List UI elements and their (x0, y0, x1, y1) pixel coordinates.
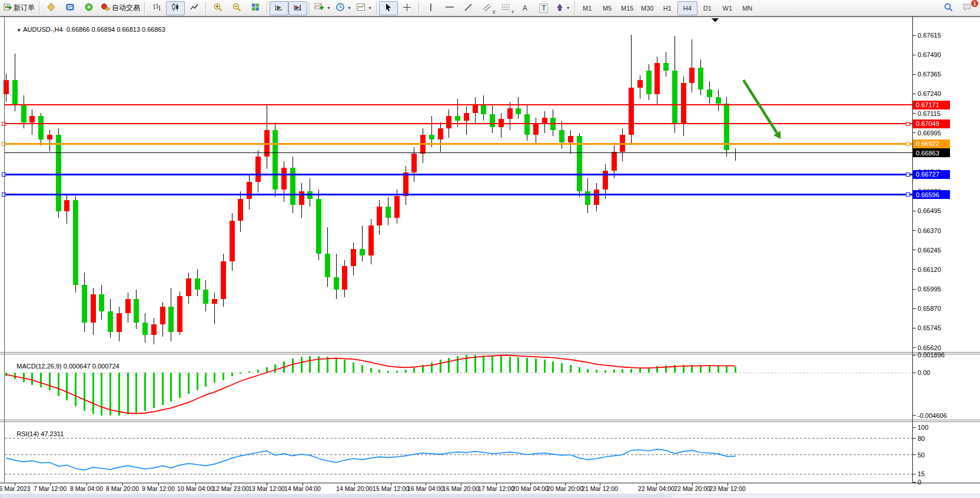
symbol-period-label: AUDUSD-,H4 (23, 26, 62, 33)
auto-trading-button[interactable]: 自动交易 (98, 1, 142, 15)
crosshair-button[interactable] (398, 1, 417, 15)
rsi-pane-header: RSI(14) 47.2311 (6, 423, 64, 444)
chart-window[interactable]: 0.676150.674900.673650.672400.671150.669… (0, 16, 980, 498)
auto-scroll-icon (274, 2, 284, 14)
svg-text:0.65995: 0.65995 (918, 285, 941, 293)
signal-button[interactable] (79, 1, 98, 15)
separator (267, 2, 268, 15)
new-order-label: 新订单 (14, 3, 35, 13)
svg-text:20 Mar 20:00: 20 Mar 20:00 (547, 485, 583, 492)
svg-text:0.67240: 0.67240 (918, 90, 941, 97)
trendline-icon (464, 3, 473, 14)
svg-text:0.67490: 0.67490 (918, 51, 941, 58)
svg-text:0: 0 (918, 479, 921, 486)
timeframe-m1-button[interactable]: M1 (577, 1, 597, 15)
svg-text:15: 15 (918, 470, 925, 477)
zoom-out-button[interactable] (227, 1, 246, 15)
timeframe-mn-button[interactable]: MN (738, 1, 758, 15)
timeframe-label: M1 (583, 5, 592, 12)
svg-text:8 Mar 20:00: 8 Mar 20:00 (106, 485, 139, 492)
new-order-button[interactable]: 新订单 (1, 1, 37, 15)
timeframe-label: MN (742, 5, 752, 12)
svg-text:0.66922: 0.66922 (916, 140, 939, 147)
svg-text:16 Mar 20:00: 16 Mar 20:00 (443, 485, 479, 492)
timeframe-m5-button[interactable]: M5 (597, 1, 617, 15)
periods-button[interactable]: ▼ (333, 1, 354, 15)
horizontal-line-tool-button[interactable] (440, 1, 459, 15)
timeframe-label: M15 (621, 5, 633, 12)
svg-text:0.67171: 0.67171 (916, 101, 939, 108)
timeframe-label: H1 (663, 5, 672, 12)
signal-icon (84, 2, 94, 14)
text-tool-icon: A (523, 4, 527, 12)
svg-text:100: 100 (918, 424, 928, 431)
tile-windows-icon (251, 2, 260, 14)
timeframe-h1-button[interactable]: H1 (657, 1, 677, 15)
templates-button[interactable]: ▼ (354, 1, 374, 15)
svg-text:0.65620: 0.65620 (918, 344, 941, 351)
svg-text:50: 50 (918, 451, 925, 459)
timeframe-m15-button[interactable]: M15 (617, 1, 637, 15)
price-chart-svg[interactable]: 0.676150.674900.673650.672400.671150.669… (0, 16, 980, 498)
svg-text:16 Mar 04:00: 16 Mar 04:00 (407, 485, 444, 492)
chart-symbol-header[interactable]: ▼AUDUSD-,H4 0.66866 0.66894 0.66813 0.66… (6, 19, 165, 40)
timeframe-h4-button[interactable]: H4 (677, 1, 697, 15)
timeframe-label: D1 (703, 5, 712, 12)
text-tool-button[interactable]: A (516, 1, 534, 15)
chart-shift-button[interactable] (288, 1, 307, 15)
trendline-tool-button[interactable] (459, 1, 478, 15)
profile-button[interactable] (42, 1, 61, 15)
fibonacci-icon (501, 3, 510, 14)
label-tool-icon: T (539, 4, 548, 13)
equidistant-channel-tool-button[interactable]: E (478, 1, 497, 15)
macd-label: MACD(12,26,9) (16, 363, 61, 370)
fibonacci-tool-button[interactable]: F (497, 1, 516, 15)
timeframe-label: M30 (641, 5, 653, 12)
auto-trading-label: 自动交易 (112, 3, 140, 13)
timeframe-w1-button[interactable]: W1 (717, 1, 738, 15)
bar-chart-type-button[interactable] (147, 1, 166, 15)
arrows-tool-button[interactable]: ▼ (553, 1, 573, 15)
arrows-icon (556, 3, 564, 14)
collapse-triangle-icon[interactable]: ▼ (16, 28, 21, 33)
channel-glyph: E (493, 10, 496, 14)
macd-values: 0.000647 0.000724 (64, 363, 119, 370)
svg-text:6 Mar 2023: 6 Mar 2023 (0, 485, 31, 492)
notification-badge: 1 (971, 0, 979, 8)
svg-text:8 Mar 04:00: 8 Mar 04:00 (70, 485, 103, 492)
chevron-down-icon: ▼ (566, 6, 570, 10)
tile-windows-button[interactable] (246, 1, 265, 15)
template-icon (356, 2, 366, 14)
svg-text:14 Mar 20:00: 14 Mar 20:00 (336, 485, 373, 492)
svg-text:15 Mar 12:00: 15 Mar 12:00 (373, 485, 409, 492)
svg-text:0.66727: 0.66727 (916, 171, 939, 178)
auto-scroll-button[interactable] (270, 1, 288, 15)
svg-text:7 Mar 12:00: 7 Mar 12:00 (34, 485, 67, 492)
separator (418, 2, 420, 15)
candlestick-chart-type-button[interactable] (166, 1, 185, 15)
timeframe-label: H4 (683, 5, 692, 12)
chart-shift-icon (293, 2, 303, 14)
svg-text:13 Mar 12:00: 13 Mar 12:00 (248, 485, 285, 492)
svg-text:0.66596: 0.66596 (916, 191, 939, 198)
svg-text:22 Mar 20:00: 22 Mar 20:00 (674, 485, 710, 492)
timeframe-d1-button[interactable]: D1 (697, 1, 717, 15)
timeframe-m30-button[interactable]: M30 (637, 1, 657, 15)
search-button[interactable] (939, 1, 958, 15)
text-label-tool-button[interactable]: T (534, 1, 553, 15)
zoom-in-button[interactable] (208, 1, 227, 15)
vertical-line-tool-button[interactable] (421, 1, 440, 15)
svg-text:-0.004606: -0.004606 (918, 412, 947, 419)
line-chart-type-button[interactable] (185, 1, 204, 15)
svg-text:17 Mar 12:00: 17 Mar 12:00 (478, 485, 514, 492)
separator (39, 2, 40, 15)
indicators-button[interactable]: ▼ (312, 1, 333, 15)
svg-text:21 Mar 12:00: 21 Mar 12:00 (582, 485, 618, 492)
svg-text:0.67365: 0.67365 (918, 71, 941, 78)
svg-text:0.66863: 0.66863 (916, 150, 939, 157)
clock-icon (335, 2, 345, 14)
notifications-button[interactable]: 1 (958, 1, 976, 15)
cursor-button[interactable] (379, 1, 398, 15)
market-watch-button[interactable] (61, 1, 79, 15)
zoom-in-icon (213, 2, 223, 14)
